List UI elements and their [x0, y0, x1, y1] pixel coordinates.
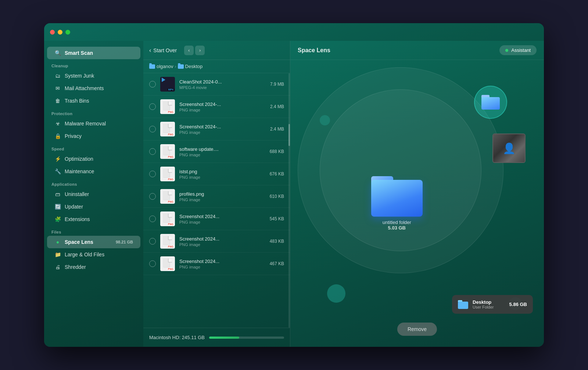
trash-icon: 🗑 — [54, 97, 61, 104]
breadcrumb: olganov › Desktop — [143, 60, 290, 73]
section-label-files: Files — [44, 225, 143, 236]
sidebar-item-optimization[interactable]: ⚡ Optimization — [47, 153, 140, 165]
file-size: 676 KB — [270, 171, 284, 177]
file-list-item[interactable]: software update.... PNG image 688 KB — [143, 140, 290, 163]
nav-arrows: ‹ › — [184, 46, 205, 55]
file-list-item[interactable]: Screenshot 2024... PNG image 545 KB — [143, 208, 290, 230]
nav-back-arrow[interactable]: ‹ — [184, 46, 194, 55]
sidebar: 🔍 Smart Scan Cleanup 🗂 System Junk ✉ Mai… — [44, 41, 143, 347]
shredder-icon: 🖨 — [54, 264, 61, 270]
desktop-tooltip[interactable]: Desktop User Folder 5.86 GB — [452, 295, 533, 314]
scroll-track — [288, 73, 290, 328]
large-files-icon: 📁 — [54, 251, 61, 258]
file-name: Screenshot 2024... — [179, 214, 265, 219]
file-thumbnail — [160, 77, 175, 92]
back-button[interactable]: ‹ Start Over — [149, 47, 177, 54]
file-size: 545 KB — [270, 216, 284, 221]
file-thumbnail — [160, 256, 175, 271]
assistant-dot-icon — [505, 49, 508, 52]
assistant-btn-label: Assistant — [511, 47, 531, 53]
sidebar-item-maintenance[interactable]: 🔧 Maintenance — [47, 165, 140, 178]
folder-3d-icon — [371, 176, 423, 217]
file-checkbox[interactable] — [149, 81, 156, 88]
minimize-button[interactable] — [58, 30, 62, 35]
thumbnail-bubble[interactable] — [492, 134, 526, 163]
sidebar-label-privacy: Privacy — [65, 133, 82, 139]
file-checkbox[interactable] — [149, 171, 156, 177]
breadcrumb-item-desktop[interactable]: Desktop — [178, 64, 203, 69]
section-label-speed: Speed — [44, 142, 143, 153]
sidebar-item-extensions[interactable]: 🧩 Extensions — [47, 213, 140, 225]
remove-button[interactable]: Remove — [397, 323, 437, 336]
file-type: PNG image — [179, 175, 265, 179]
file-list-item[interactable]: Screenshot 2024-... PNG image 2.4 MB — [143, 118, 290, 140]
mini-folder-body — [481, 97, 500, 110]
small-bubble-1 — [327, 284, 345, 303]
file-info: Screenshot 2024-... PNG image — [179, 124, 266, 135]
nav-forward-arrow[interactable]: › — [195, 46, 205, 55]
file-checkbox[interactable] — [149, 193, 156, 200]
file-thumbnail — [160, 144, 175, 159]
file-checkbox[interactable] — [149, 238, 156, 245]
mini-folder-bubble[interactable] — [474, 86, 507, 119]
desktop-folder-body — [458, 302, 468, 309]
file-info: Screenshot 2024... PNG image — [179, 259, 265, 269]
sidebar-item-space-lens[interactable]: ● Space Lens 98.21 GB — [47, 236, 140, 248]
space-lens-visualization: untitled folder 5.03 GB — [290, 60, 544, 347]
scroll-thumb[interactable] — [288, 124, 290, 146]
sidebar-item-privacy[interactable]: 🔒 Privacy — [47, 130, 140, 142]
sidebar-item-mail-attachments[interactable]: ✉ Mail Attachments — [47, 82, 140, 95]
maximize-button[interactable] — [65, 30, 70, 35]
sidebar-item-uninstaller[interactable]: 🗃 Uninstaller — [47, 188, 140, 200]
file-info: profiles.png PNG image — [179, 191, 265, 202]
file-checkbox[interactable] — [149, 148, 156, 155]
sidebar-label-shredder: Shredder — [65, 264, 86, 270]
desktop-tooltip-size: 5.86 GB — [509, 302, 527, 307]
file-thumbnail — [160, 99, 175, 114]
file-checkbox[interactable] — [149, 216, 156, 222]
mini-folder-icon — [481, 95, 500, 110]
breadcrumb-desktop-label: Desktop — [185, 64, 203, 69]
file-list[interactable]: CleanShot 2024-0... MPEG-4 movie 7.9 MB … — [143, 73, 290, 275]
file-list-wrapper: CleanShot 2024-0... MPEG-4 movie 7.9 MB … — [143, 73, 290, 328]
sidebar-item-system-junk[interactable]: 🗂 System Junk — [47, 70, 140, 82]
system-junk-icon: 🗂 — [54, 72, 61, 79]
file-info: istst.png PNG image — [179, 169, 265, 179]
file-checkbox[interactable] — [149, 260, 156, 267]
main-folder-bubble[interactable]: untitled folder 5.03 GB — [360, 170, 434, 236]
sidebar-label-space-lens: Space Lens — [65, 239, 93, 245]
file-list-item[interactable]: Screenshot 2024... PNG image 483 KB — [143, 230, 290, 253]
file-type: PNG image — [179, 108, 266, 112]
desktop-folder-icon-bc — [178, 64, 184, 69]
sidebar-item-smart-scan[interactable]: 🔍 Smart Scan — [47, 47, 140, 59]
file-checkbox[interactable] — [149, 103, 156, 110]
file-size: 483 KB — [270, 239, 284, 244]
file-list-item[interactable]: Screenshot 2024... PNG image 467 KB — [143, 253, 290, 275]
file-list-item[interactable]: istst.png PNG image 676 KB — [143, 163, 290, 185]
file-list-item[interactable]: CleanShot 2024-0... MPEG-4 movie 7.9 MB — [143, 73, 290, 96]
assistant-button[interactable]: Assistant — [499, 45, 537, 55]
space-lens-badge: 98.21 GB — [116, 240, 133, 244]
storage-label: Macintosh HD: 245.11 GB — [149, 335, 205, 340]
sidebar-item-malware-removal[interactable]: ☣ Malware Removal — [47, 117, 140, 130]
file-checkbox[interactable] — [149, 126, 156, 132]
file-type: PNG image — [179, 130, 266, 135]
sidebar-item-updater[interactable]: 🔄 Updater — [47, 200, 140, 213]
folder-name: untitled folder — [383, 220, 411, 225]
sidebar-item-trash-bins[interactable]: 🗑 Trash Bins — [47, 95, 140, 107]
sidebar-item-large-old-files[interactable]: 📁 Large & Old Files — [47, 248, 140, 261]
file-list-item[interactable]: Screenshot 2024-... PNG image 2.4 MB — [143, 96, 290, 118]
breadcrumb-separator: › — [175, 64, 176, 69]
breadcrumb-item-user[interactable]: olganov — [149, 64, 173, 69]
space-lens-title: Space Lens — [298, 47, 330, 54]
sidebar-item-shredder[interactable]: 🖨 Shredder — [47, 261, 140, 273]
back-arrow-icon: ‹ — [149, 47, 151, 54]
privacy-icon: 🔒 — [54, 133, 61, 139]
sidebar-label-maintenance: Maintenance — [65, 168, 94, 174]
desktop-tooltip-sub: User Folder — [473, 305, 505, 309]
close-button[interactable] — [50, 30, 55, 35]
storage-bar — [209, 337, 284, 339]
file-list-item[interactable]: profiles.png PNG image 610 KB — [143, 185, 290, 208]
sidebar-label-uninstaller: Uninstaller — [65, 191, 89, 197]
file-type: PNG image — [179, 153, 265, 157]
